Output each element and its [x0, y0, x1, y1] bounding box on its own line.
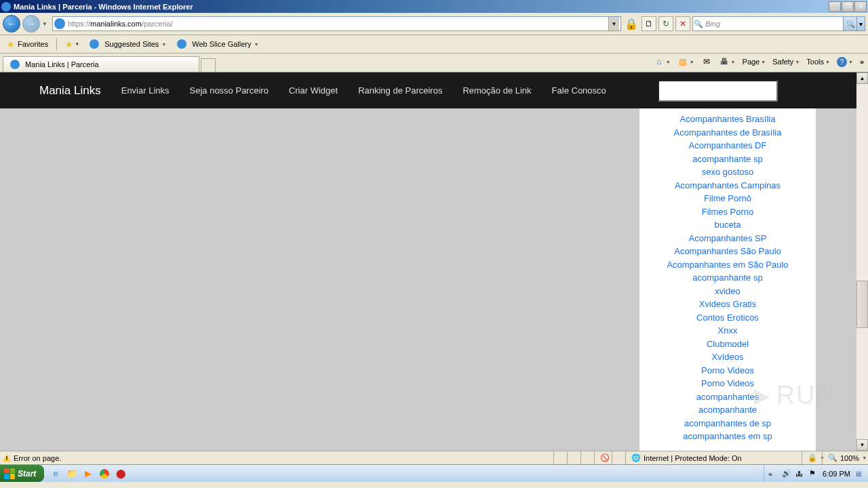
refresh-button[interactable]: ↻ — [658, 16, 673, 31]
site-brand[interactable]: Mania Links — [39, 84, 101, 98]
favorites-label: Favorites — [18, 40, 48, 48]
suggested-sites-label: Suggested Sites — [104, 40, 159, 48]
search-bar[interactable]: 🔍 Bing 🔍 ▾ — [692, 16, 865, 31]
popup-blocked-icon[interactable]: 🚫 — [594, 451, 612, 464]
zoom-icon: 🔍 — [828, 453, 837, 462]
protected-mode-icon[interactable]: 🔒▼ — [802, 451, 822, 464]
url-text: https://manialinks.com/parceria/ — [68, 20, 608, 28]
close-button[interactable]: ✕ — [854, 1, 867, 12]
sidebar-link[interactable]: Porno Videos — [639, 377, 816, 390]
sidebar-link[interactable]: sexo gostoso — [639, 165, 816, 179]
suggested-sites-button[interactable]: Suggested Sites ▼ — [87, 37, 169, 51]
zoom-control[interactable]: 🔍 100% ▼ — [822, 451, 865, 464]
scroll-up-button[interactable]: ▲ — [856, 73, 868, 84]
site-menu-item[interactable]: Ranking de Parceiros — [358, 85, 442, 96]
sidebar-link[interactable]: acompanhantes — [639, 390, 816, 404]
back-button[interactable]: ← — [3, 15, 20, 33]
site-navbar: Mania Links Enviar LinksSeja nosso Parce… — [0, 73, 856, 108]
help-icon: ? — [837, 57, 847, 67]
search-icon: 🔍 — [693, 20, 704, 28]
sidebar-link[interactable]: Acompanhantes Brasília — [639, 113, 816, 126]
sidebar-link[interactable]: Acompanhantes DF — [639, 139, 816, 152]
site-menu-item[interactable]: Fale Conosco — [552, 85, 606, 96]
add-favorite-button[interactable]: ★▾ — [62, 37, 81, 52]
sidebar-link[interactable]: Filmes Porno — [639, 205, 816, 219]
scroll-track[interactable] — [856, 84, 868, 439]
search-go-button[interactable]: 🔍 — [843, 17, 856, 30]
sidebar-link[interactable]: Acompanhantes Campinas — [639, 179, 816, 192]
explorer-task-icon[interactable]: 📁 — [66, 468, 78, 480]
sidebar-link[interactable]: Xnxx — [639, 324, 816, 338]
app-task-icon[interactable]: ⬤ — [115, 468, 127, 480]
taskbar: Start e 📁 ▶ ⬤ « 🔊 🖧 ⚑ 6:09 PM 🖥 — [0, 464, 868, 482]
flag-icon[interactable]: ⚑ — [809, 469, 818, 478]
sidebar-link[interactable]: acompanhante sp — [639, 152, 816, 166]
browser-tab[interactable]: Mania Links | Parceria — [3, 56, 199, 72]
network-icon[interactable]: 🖧 — [795, 470, 805, 478]
new-tab-button[interactable] — [201, 58, 216, 72]
address-bar[interactable]: https://manialinks.com/parceria/ ▼ — [52, 16, 621, 31]
zone-indicator[interactable]: 🌐 Internet | Protected Mode: On — [625, 451, 802, 464]
home-icon: ⌂ — [654, 56, 665, 67]
search-dropdown[interactable]: ▾ — [856, 17, 865, 30]
sidebar-link[interactable]: buceta — [639, 218, 816, 232]
rss-icon: ▤ — [677, 56, 688, 67]
minimize-button[interactable]: _ — [829, 1, 841, 12]
tray-expand-icon[interactable]: « — [768, 470, 778, 478]
window-title-bar: Mania Links | Parceria - Windows Interne… — [0, 0, 868, 13]
sidebar-link[interactable]: Acompanhantes de Brasília — [639, 126, 816, 140]
media-task-icon[interactable]: ▶ — [82, 468, 94, 480]
forward-button[interactable]: → — [22, 15, 40, 33]
scroll-down-button[interactable]: ▼ — [856, 439, 868, 451]
sidebar-link[interactable]: acompanhantes de sp — [639, 417, 816, 430]
sidebar-link[interactable]: Contos Eroticos — [639, 311, 816, 325]
page-label: Page — [743, 58, 760, 66]
feeds-button[interactable]: ▤▼ — [676, 55, 696, 68]
site-menu-item[interactable]: Enviar Links — [121, 85, 170, 96]
sidebar-link[interactable]: Porno Videos — [639, 364, 816, 378]
sidebar-link[interactable]: Acompanhantes em São Paulo — [639, 258, 816, 272]
safety-menu[interactable]: Safety▼ — [771, 56, 801, 67]
zone-text: Internet | Protected Mode: On — [644, 454, 742, 462]
start-button[interactable]: Start — [0, 465, 44, 482]
scroll-thumb[interactable] — [856, 281, 868, 328]
show-desktop-icon[interactable]: 🖥 — [854, 470, 864, 478]
home-button[interactable]: ⌂▼ — [652, 55, 672, 68]
separator — [56, 38, 57, 50]
nav-history-dropdown[interactable]: ▼ — [42, 21, 50, 27]
compat-view-button[interactable]: 🗋 — [642, 16, 656, 31]
chrome-task-icon[interactable] — [98, 468, 111, 480]
sidebar-link[interactable]: Xvídeos — [639, 350, 816, 364]
site-menu-item[interactable]: Seja nosso Parceiro — [190, 85, 269, 96]
print-button[interactable]: 🖶▼ — [717, 55, 737, 68]
lock-icon[interactable]: 🔒 — [625, 18, 637, 30]
help-button[interactable]: ?▼ — [835, 56, 854, 68]
clock[interactable]: 6:09 PM — [823, 470, 850, 478]
site-menu-item[interactable]: Criar Widget — [289, 85, 338, 96]
tools-menu[interactable]: Tools▼ — [805, 56, 831, 67]
url-dropdown[interactable]: ▼ — [608, 17, 619, 30]
site-menu-item[interactable]: Remoção de Link — [462, 85, 531, 96]
sidebar-link[interactable]: acompanhantes em sp — [639, 430, 816, 443]
sidebar-link[interactable]: Acompanhantes SP — [639, 232, 816, 245]
page-menu[interactable]: Page▼ — [741, 56, 768, 67]
web-slice-button[interactable]: Web Slice Gallery ▼ — [174, 37, 261, 51]
status-bar: ! Error on page. 🚫 🌐 Internet | Protecte… — [0, 451, 868, 464]
sidebar-link[interactable]: Acompanhantes São Paulo — [639, 245, 816, 258]
overflow-button[interactable]: » — [859, 56, 865, 67]
volume-icon[interactable]: 🔊 — [782, 469, 791, 478]
sidebar-link[interactable]: Filme Pornô — [639, 192, 816, 205]
read-mail-button[interactable]: ✉ — [700, 55, 713, 68]
sidebar-link[interactable]: acompanhante — [639, 403, 816, 417]
sidebar-link[interactable]: xvideo — [639, 285, 816, 298]
site-search-input[interactable] — [658, 80, 778, 102]
maximize-button[interactable]: ❐ — [842, 1, 854, 12]
ie-task-icon[interactable]: e — [50, 468, 62, 480]
sidebar-link[interactable]: acompanhante sp — [639, 271, 816, 285]
stop-button[interactable]: ✕ — [675, 16, 690, 31]
vertical-scrollbar: ▲ ▼ — [856, 73, 868, 451]
sidebar-link[interactable]: Xvideos Gratis — [639, 298, 816, 311]
sidebar-link[interactable]: Clubmodel — [639, 338, 816, 351]
status-cell — [612, 451, 625, 464]
favorites-button[interactable]: ★ Favorites — [4, 37, 51, 52]
